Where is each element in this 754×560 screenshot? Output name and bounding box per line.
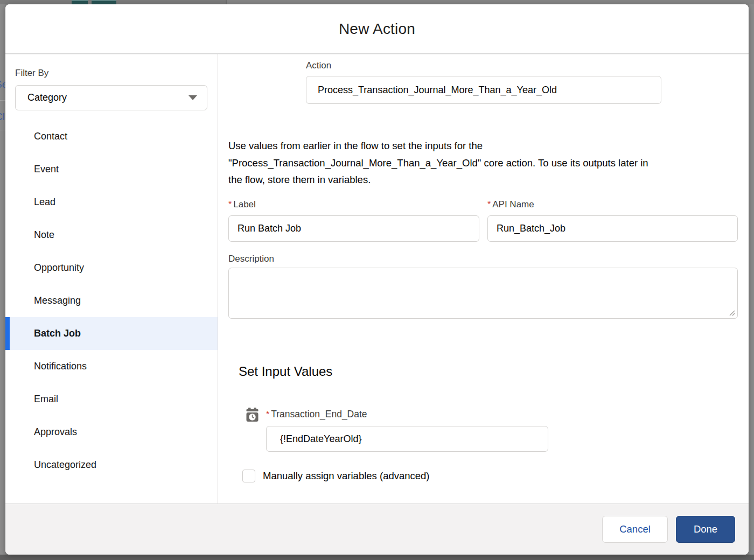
category-dropdown[interactable]: Category — [15, 85, 207, 110]
sidebar-item-uncategorized[interactable]: Uncategorized — [5, 449, 218, 481]
required-asterisk: * — [487, 200, 491, 209]
action-form: Action Use values from earlier in the fl… — [218, 54, 749, 503]
required-asterisk: * — [266, 410, 269, 419]
new-action-modal: New Action Filter By Category Contact Ev… — [5, 4, 749, 555]
filter-by-label: Filter By — [15, 68, 218, 79]
sidebar-item-approvals[interactable]: Approvals — [5, 416, 218, 449]
done-button[interactable]: Done — [676, 516, 735, 543]
date-time-icon — [246, 408, 259, 422]
backdrop-overlay-bottom — [0, 555, 754, 560]
transaction-end-date-field — [266, 426, 548, 452]
api-name-input[interactable] — [487, 215, 738, 242]
backdrop-text-fragment: Cl — [0, 111, 5, 123]
action-field — [306, 76, 661, 104]
intro-text: Use values from earlier in the flow to s… — [228, 137, 735, 188]
required-asterisk: * — [228, 200, 232, 209]
backdrop-flow-node-fragment — [92, 0, 116, 4]
sidebar-item-email[interactable]: Email — [5, 383, 218, 416]
cancel-button[interactable]: Cancel — [602, 516, 668, 543]
sidebar-item-batch-job[interactable]: Batch Job — [5, 317, 218, 350]
sidebar-item-contact[interactable]: Contact — [5, 120, 218, 153]
api-name-field — [487, 215, 738, 242]
transaction-end-date-label: *Transaction_End_Date — [266, 409, 367, 420]
modal-footer: Cancel Done — [5, 503, 749, 555]
api-name-field-group: *API Name — [487, 199, 738, 242]
api-name-field-label: *API Name — [487, 199, 738, 210]
backdrop-text-fragment: Se — [0, 79, 5, 90]
chevron-down-icon — [188, 95, 197, 100]
manually-assign-variables-row: Manually assign variables (advanced) — [242, 470, 430, 482]
sidebar-item-lead[interactable]: Lead — [5, 186, 218, 219]
set-input-values-heading: Set Input Values — [239, 364, 332, 379]
sidebar-item-opportunity[interactable]: Opportunity — [5, 251, 218, 284]
modal-header: New Action — [5, 4, 749, 54]
resize-handle-icon[interactable] — [729, 310, 735, 316]
action-input[interactable] — [306, 76, 661, 104]
backdrop-overlay-right — [749, 4, 754, 555]
action-field-label: Action — [306, 60, 331, 71]
sidebar-item-note[interactable]: Note — [5, 219, 218, 251]
modal-title: New Action — [339, 20, 415, 38]
category-list: Contact Event Lead Note Opportunity Mess… — [5, 120, 218, 481]
backdrop-divider-fragment — [0, 130, 5, 130]
sidebar-item-messaging[interactable]: Messaging — [5, 284, 218, 317]
label-field — [228, 215, 479, 242]
manually-assign-variables-label: Manually assign variables (advanced) — [263, 470, 430, 482]
transaction-end-date-input[interactable] — [266, 426, 548, 452]
description-field — [228, 268, 738, 319]
label-input[interactable] — [228, 215, 479, 242]
sidebar-item-event[interactable]: Event — [5, 153, 218, 186]
backdrop-divider-fragment — [0, 100, 5, 101]
description-textarea[interactable] — [228, 268, 738, 319]
sidebar-item-notifications[interactable]: Notifications — [5, 350, 218, 383]
description-field-label: Description — [228, 254, 274, 264]
backdrop-left-panel-fragment: Se Cl — [0, 4, 5, 555]
manually-assign-variables-checkbox[interactable] — [242, 470, 255, 482]
category-sidebar: Filter By Category Contact Event Lead No… — [5, 54, 218, 503]
backdrop-flow-node-fragment — [72, 0, 88, 4]
label-field-label: *Label — [228, 199, 479, 210]
category-dropdown-value: Category — [27, 92, 188, 103]
backdrop-panel-divider — [226, 0, 227, 4]
label-field-group: *Label — [228, 199, 479, 242]
